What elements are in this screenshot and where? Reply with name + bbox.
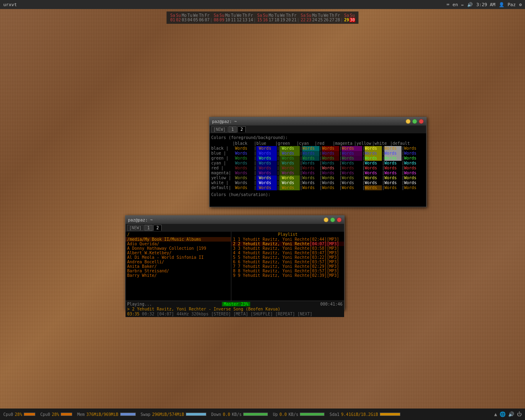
cpu0-label: Cpu0 bbox=[3, 412, 13, 417]
color-table-header: |black |blue |green |cyan |red |magenta … bbox=[211, 141, 425, 146]
cpu1-label: Cpu0 bbox=[40, 412, 50, 417]
now-playing: > 2 Yehudit Ravitz, Yoni Rechter - Inver… bbox=[127, 307, 342, 311]
playlist-item-7[interactable]: 7 7 Yehudit Ravitz, Yoni Rechte[02:29][M… bbox=[231, 264, 344, 269]
system-tray: ▲ 🌐 🔊 ⏻ bbox=[494, 411, 522, 417]
playlist-item-4[interactable]: 4 4 Yehudit Ravitz, Yoni Rechte[03:47][M… bbox=[231, 251, 344, 255]
tab-2[interactable]: 2 bbox=[237, 126, 246, 132]
calendar-widget: Sa Su Mo Tu We Th Fr Sa Su Mo Tu We Th F… bbox=[167, 11, 358, 24]
tab-1[interactable]: 1 bbox=[228, 126, 237, 132]
color-terminal-body: Colors (foreground/background): |black |… bbox=[210, 133, 426, 199]
music-tab-1[interactable]: 1 bbox=[144, 225, 153, 231]
music-terminal-tabs: [NEW] 1 2 bbox=[126, 224, 344, 232]
maximize-button[interactable] bbox=[412, 119, 417, 124]
master-vol: Master 23% bbox=[222, 302, 250, 306]
ct-row-white: white | Words | Words | Words | Words | … bbox=[211, 180, 425, 185]
color-terminal-window: paz@paz: ~ [NEW] 1 2 Colors (foreground/… bbox=[209, 117, 427, 207]
mem-label: Mem bbox=[77, 412, 84, 417]
lang-indicator: en bbox=[452, 2, 458, 7]
down-status: Down 0.0 KB/s bbox=[211, 412, 268, 417]
bitrate: 320kbps bbox=[191, 312, 208, 316]
ct-row-default: default| Words | Words | Words | Words |… bbox=[211, 185, 425, 190]
music-dir-streisand[interactable]: Barbra Streisand/ bbox=[126, 269, 231, 273]
ct-row-black: black | Words | Words | Words | Words | … bbox=[211, 146, 425, 151]
music-dir-hathaway[interactable]: A Donny Hathaway Collection [199 bbox=[126, 246, 231, 251]
playlist-item-5[interactable]: 5 5 Yehudit Ravitz, Yoni Rechte[03:22][M… bbox=[231, 255, 344, 260]
music-new-tab-button[interactable]: [NEW] bbox=[127, 225, 144, 231]
down-bar bbox=[243, 413, 268, 416]
mem-bar bbox=[120, 413, 136, 416]
tray-network-icon[interactable]: 🌐 bbox=[500, 411, 506, 417]
cpu0-bar bbox=[24, 413, 35, 416]
keyboard-icon: ⌨ bbox=[447, 2, 450, 7]
current-dir: / bbox=[126, 232, 231, 237]
cpu0-status: Cpu0 28% bbox=[3, 412, 35, 417]
tray-power-icon[interactable]: ⏻ bbox=[517, 411, 522, 417]
playback-details: 03:35 00:32 [04:07] 44kHz 320kbps [STERE… bbox=[127, 312, 342, 316]
ct-row-blue: blue | Words | Words | Words | Words | W… bbox=[211, 151, 425, 156]
music-terminal-titlebar: paz@paz: ~ bbox=[126, 216, 344, 224]
music-dir-ketelbey[interactable]: Albert W.Ketelbey/ bbox=[126, 251, 231, 255]
top-bar: urxvt ⌨ en ✏ 🔊 3:29 AM 👤 Paz ⚙ bbox=[0, 0, 525, 9]
cpu1-bar bbox=[61, 413, 72, 416]
up-bar bbox=[300, 413, 324, 416]
new-tab-button[interactable]: [NEW] bbox=[211, 126, 228, 132]
music-file-browser: / /media/My Book II/Music Albums Adio Qu… bbox=[126, 232, 231, 301]
music-dir-adio[interactable]: Adio Querida/ bbox=[126, 242, 231, 246]
top-bar-left: urxvt bbox=[3, 2, 17, 7]
music-dir-item[interactable]: /media/My Book II/Music Albums bbox=[126, 237, 231, 242]
samplerate: 44kHz bbox=[176, 312, 189, 316]
settings-icon[interactable]: ⚙ bbox=[519, 2, 522, 7]
total-duration: [04:07] bbox=[157, 312, 174, 316]
pen-icon: ✏ bbox=[461, 2, 464, 7]
repeat-flag: [REPEAT] bbox=[275, 312, 295, 316]
music-status: Playing... Master 23% 000:41:46 > 2 Yehu… bbox=[126, 301, 344, 317]
up-unit: KB/s bbox=[288, 412, 298, 417]
color-table: Colors (foreground/background): |black |… bbox=[211, 135, 425, 197]
swap-value: 296MiB/574MiB bbox=[152, 412, 184, 417]
up-label: Up bbox=[273, 412, 278, 417]
swap-status: Swap 296MiB/574MiB bbox=[141, 412, 206, 417]
titlebar-buttons bbox=[406, 119, 424, 124]
time-display: 3:29 AM bbox=[476, 2, 495, 7]
next-flag: [NEXT] bbox=[297, 312, 312, 316]
playlist-item-1[interactable]: 1 1 Yehudit Ravitz, Yoni Rechte[02:44][M… bbox=[231, 237, 344, 242]
playlist-item-2-current[interactable]: 2 2 Yehudit Ravitz, Yoni Rechte[04:07][M… bbox=[231, 242, 344, 246]
cpu0-value: 28% bbox=[15, 412, 22, 417]
minimize-button[interactable] bbox=[406, 119, 411, 124]
music-dir-white[interactable]: Barry White/ bbox=[126, 273, 231, 278]
music-close-button[interactable] bbox=[337, 217, 342, 222]
swap-bar bbox=[186, 413, 206, 416]
meta-flag: [META] bbox=[233, 312, 248, 316]
ct-row-magenta: magenta| Words | Words | Words | Words |… bbox=[211, 171, 425, 176]
bottom-bar: Cpu0 28% Cpu0 28% Mem 376MiB/969MiB Swap… bbox=[0, 409, 525, 420]
tray-volume-icon[interactable]: 🔊 bbox=[508, 411, 514, 417]
app-title: urxvt bbox=[3, 2, 17, 7]
tray-icon-1[interactable]: ▲ bbox=[494, 411, 497, 417]
playlist-item-9[interactable]: 9 9 Yehudit Ravitz, Yoni Rechte[02:39][M… bbox=[231, 273, 344, 278]
music-dir-dimeola[interactable]: Al Di Meola - World Sinfonia II bbox=[126, 255, 231, 260]
music-minimize-button[interactable] bbox=[324, 217, 329, 222]
position-time: 00:32 bbox=[142, 312, 154, 316]
ct-row-green: green | Words | Words | Words | Words | … bbox=[211, 156, 425, 161]
down-unit: KB/s bbox=[232, 412, 242, 417]
up-value: 0.0 bbox=[279, 412, 287, 417]
status-row1: Playing... Master 23% 000:41:46 bbox=[127, 302, 342, 306]
ct-row-red: red | Words | Words | Words | Words | Wo… bbox=[211, 166, 425, 171]
music-dir-baker[interactable]: Anita Baker/ bbox=[126, 264, 231, 269]
music-dir-bocelli[interactable]: Andrea Bocelli/ bbox=[126, 260, 231, 264]
color-terminal-titlebar: paz@paz: ~ bbox=[210, 117, 426, 126]
down-value: 0.0 bbox=[223, 412, 230, 417]
playlist-item-8[interactable]: 8 8 Yehudit Ravitz, Yoni Rechte[03:57][M… bbox=[231, 269, 344, 273]
cal-su1: Su bbox=[176, 13, 181, 18]
total-time: 000:41:46 bbox=[320, 302, 342, 306]
close-button[interactable] bbox=[419, 119, 424, 124]
playlist-item-3[interactable]: 3 3 Yehudit Ravitz, Yoni Rechte[03:58][M… bbox=[231, 246, 344, 251]
disk-value: 9.41GiB/18.2GiB bbox=[341, 412, 378, 417]
username: Paz bbox=[508, 2, 516, 7]
music-tab-2[interactable]: 2 bbox=[153, 225, 162, 231]
mem-value: 376MiB/969MiB bbox=[86, 412, 118, 417]
calendar-days-row: 01 02 03 04 05 06 07 | 08 09 10 11 12 13… bbox=[170, 18, 355, 22]
cal-sa1: Sa bbox=[170, 13, 176, 18]
playlist-item-6[interactable]: 6 6 Yehudit Ravitz, Yoni Rechte[03:57][M… bbox=[231, 260, 344, 264]
music-maximize-button[interactable] bbox=[330, 217, 335, 222]
